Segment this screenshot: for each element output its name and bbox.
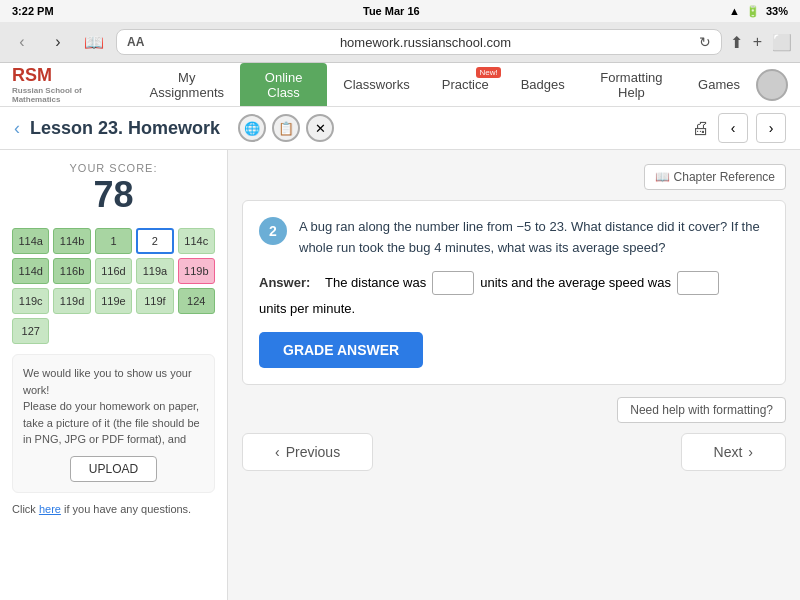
answer-prefix: The distance was xyxy=(325,275,426,290)
browser-actions: ⬆ + ⬜ xyxy=(730,33,792,52)
problem-cell-2[interactable]: 2 xyxy=(136,228,173,254)
content-area: 📖 Chapter Reference 2 A bug ran along th… xyxy=(228,150,800,600)
refresh-button[interactable]: ↻ xyxy=(699,34,711,50)
problem-cell-124[interactable]: 124 xyxy=(178,288,215,314)
logo-subtitle: Russian School of Mathematics xyxy=(12,86,122,104)
tab-practice[interactable]: Practice New! xyxy=(426,63,505,106)
problem-cell-116d[interactable]: 116d xyxy=(95,258,132,284)
tab-online-class[interactable]: Online Class xyxy=(240,63,327,106)
battery-icon: 🔋 xyxy=(746,5,760,18)
nav-buttons: ‹ Previous Next › xyxy=(242,433,786,471)
browser-forward-button[interactable]: › xyxy=(44,28,72,56)
tab-formatting-help[interactable]: Formatting Help xyxy=(581,63,682,106)
problem-cell-119b[interactable]: 119b xyxy=(178,258,215,284)
problem-grid: 114a 114b 1 2 114c 114d 116b 116d 119a 1… xyxy=(12,228,215,344)
upload-section: We would like you to show us your work!P… xyxy=(12,354,215,493)
lesson-header: ‹ Lesson 23. Homework 🌐 📋 ✕ 🖨 ‹ › xyxy=(0,107,800,150)
upload-button[interactable]: UPLOAD xyxy=(70,456,157,482)
tab-games[interactable]: Games xyxy=(682,63,756,106)
lesson-icon-globe[interactable]: 🌐 xyxy=(238,114,266,142)
book-icon: 📖 xyxy=(655,170,670,184)
new-tab-button[interactable]: + xyxy=(753,33,762,52)
answer-label: Answer: xyxy=(259,275,319,290)
question-card: 2 A bug ran along the number line from −… xyxy=(242,200,786,385)
lesson-back-button[interactable]: ‹ xyxy=(14,118,20,139)
problem-cell-119c[interactable]: 119c xyxy=(12,288,49,314)
answer-row: Answer: The distance was units and the a… xyxy=(259,271,769,316)
question-text: A bug ran along the number line from −5 … xyxy=(299,217,769,259)
score-label: YOUR SCORE: xyxy=(12,162,215,174)
problem-cell-116b[interactable]: 116b xyxy=(53,258,90,284)
answer-suffix: units per minute. xyxy=(259,301,355,316)
tabs-button[interactable]: ⬜ xyxy=(772,33,792,52)
click-here-text: Click here if you have any questions. xyxy=(12,503,215,515)
new-badge: New! xyxy=(476,67,500,78)
nav-right xyxy=(756,69,800,101)
browser-back-button[interactable]: ‹ xyxy=(8,28,36,56)
problem-cell-119d[interactable]: 119d xyxy=(53,288,90,314)
next-button[interactable]: Next › xyxy=(681,433,786,471)
lesson-title: Lesson 23. Homework xyxy=(30,118,220,139)
aa-label: AA xyxy=(127,35,144,49)
prev-label: Previous xyxy=(286,444,340,460)
status-day: Tue Mar 16 xyxy=(363,5,420,17)
problem-cell-114b[interactable]: 114b xyxy=(53,228,90,254)
question-number: 2 xyxy=(259,217,287,245)
problem-cell-114c[interactable]: 114c xyxy=(178,228,215,254)
previous-button[interactable]: ‹ Previous xyxy=(242,433,373,471)
status-bar: 3:22 PM Tue Mar 16 ▲ 🔋 33% xyxy=(0,0,800,22)
chapter-reference-button[interactable]: 📖 Chapter Reference xyxy=(644,164,786,190)
sidebar: YOUR SCORE: 78 114a 114b 1 2 114c 114d 1… xyxy=(0,150,228,600)
tab-classworks[interactable]: Classworks xyxy=(327,63,425,106)
problem-cell-119f[interactable]: 119f xyxy=(136,288,173,314)
address-bar[interactable]: AA homework.russianschool.com ↻ xyxy=(116,29,722,55)
wifi-icon: ▲ xyxy=(729,5,740,17)
answer-input-1[interactable] xyxy=(432,271,474,295)
header-next-arrow[interactable]: › xyxy=(756,113,786,143)
next-label: Next xyxy=(714,444,743,460)
header-right: 🖨 ‹ › xyxy=(692,113,786,143)
question-header: 2 A bug ran along the number line from −… xyxy=(259,217,769,259)
logo: RSM Russian School of Mathematics xyxy=(0,65,134,104)
header-prev-arrow[interactable]: ‹ xyxy=(718,113,748,143)
battery-percent: 33% xyxy=(766,5,788,17)
problem-cell-127[interactable]: 127 xyxy=(12,318,49,344)
problem-cell-114a[interactable]: 114a xyxy=(12,228,49,254)
click-here-link[interactable]: here xyxy=(39,503,61,515)
score-section: YOUR SCORE: 78 xyxy=(12,162,215,216)
share-button[interactable]: ⬆ xyxy=(730,33,743,52)
upload-text: We would like you to show us your work!P… xyxy=(23,365,204,448)
tab-my-assignments[interactable]: My Assignments xyxy=(134,63,240,106)
problem-cell-119e[interactable]: 119e xyxy=(95,288,132,314)
chapter-ref-label: Chapter Reference xyxy=(674,170,775,184)
score-value: 78 xyxy=(12,174,215,216)
logo-text: RSM xyxy=(12,65,52,85)
prev-icon: ‹ xyxy=(275,444,280,460)
lesson-icon-clipboard[interactable]: 📋 xyxy=(272,114,300,142)
answer-mid: units and the average speed was xyxy=(480,275,671,290)
status-time: 3:22 PM xyxy=(12,5,54,17)
nav-bar: RSM Russian School of Mathematics My Ass… xyxy=(0,63,800,107)
lesson-icon-close[interactable]: ✕ xyxy=(306,114,334,142)
print-button[interactable]: 🖨 xyxy=(692,118,710,139)
nav-tabs: My Assignments Online Class Classworks P… xyxy=(134,63,756,106)
problem-cell-114d[interactable]: 114d xyxy=(12,258,49,284)
avatar[interactable] xyxy=(756,69,788,101)
reader-mode-button[interactable]: 📖 xyxy=(80,28,108,56)
answer-input-2[interactable] xyxy=(677,271,719,295)
problem-cell-1[interactable]: 1 xyxy=(95,228,132,254)
next-icon: › xyxy=(748,444,753,460)
browser-chrome: ‹ › 📖 AA homework.russianschool.com ↻ ⬆ … xyxy=(0,22,800,63)
lesson-icons: 🌐 📋 ✕ xyxy=(238,114,334,142)
problem-cell-119a[interactable]: 119a xyxy=(136,258,173,284)
main-content: YOUR SCORE: 78 114a 114b 1 2 114c 114d 1… xyxy=(0,150,800,600)
grade-answer-button[interactable]: GRADE ANSWER xyxy=(259,332,423,368)
tab-badges[interactable]: Badges xyxy=(505,63,581,106)
url-text: homework.russianschool.com xyxy=(340,35,511,50)
help-formatting-button[interactable]: Need help with formatting? xyxy=(617,397,786,423)
